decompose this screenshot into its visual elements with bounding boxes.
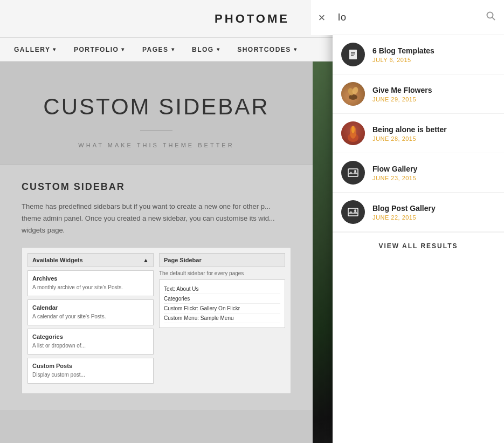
widget-calendar: Calendar A calendar of your site's Posts… [27, 299, 154, 325]
page-sidebar-header: Page Sidebar [159, 253, 285, 267]
toggle-icon: ▲ [143, 257, 149, 263]
sidebar-item-categories: Categories [164, 294, 280, 304]
close-search-button[interactable]: × [311, 0, 333, 35]
widget-archives: Archives A monthly archive of your site'… [27, 270, 154, 296]
chevron-down-icon: ▾ [171, 46, 175, 52]
sidebar-widgets-column: Page Sidebar The default sidebar for eve… [159, 253, 285, 384]
search-result-item[interactable]: Flow Gallery JUNE 23, 2015 [333, 153, 504, 193]
widget-columns: Available Widgets ▲ Archives A monthly a… [27, 253, 285, 384]
sidebar-item-menu: Custom Menu: Sample Menu [164, 313, 280, 323]
sidebar-item-flickr: Custom Flickr: Gallery On Flickr [164, 304, 280, 313]
result-thumbnail [341, 200, 365, 224]
result-text: Give Me Flowers JUNE 29, 2015 [372, 86, 495, 103]
chevron-down-icon: ▾ [294, 46, 298, 52]
available-widgets-column: Available Widgets ▲ Archives A monthly a… [27, 253, 154, 384]
svg-point-23 [354, 209, 356, 212]
result-thumbnail [341, 121, 365, 145]
result-text: Blog Post Gallery JUNE 22, 2015 [372, 204, 495, 221]
sidebar-item-text: Text: About Us [164, 284, 280, 294]
search-result-item[interactable]: Blog Post Gallery JUNE 22, 2015 [333, 193, 504, 232]
svg-point-20 [354, 170, 356, 172]
nav-gallery[interactable]: GALLERY ▾ [5, 38, 65, 62]
nav-blog[interactable]: BLOG ▾ [183, 38, 229, 62]
hero-section: CUSTOM SIDEBAR WHAT MAKE THIS THEME BETT… [0, 62, 313, 165]
flower-image-icon [341, 82, 365, 106]
search-result-item[interactable]: 6 Blog Templates JULY 6, 2015 [333, 35, 504, 74]
sidebar-desc: The default sidebar for every pages [159, 270, 285, 276]
hero-title: CUSTOM SIDEBAR [22, 94, 291, 120]
result-title: Blog Post Gallery [372, 204, 495, 213]
site-title: PHOTOME [215, 12, 289, 26]
svg-point-4 [487, 12, 493, 18]
result-date: JUNE 23, 2015 [372, 175, 495, 181]
result-title: Being alone is better [372, 125, 495, 134]
document-icon [347, 49, 359, 60]
result-date: JUNE 29, 2015 [372, 96, 495, 103]
search-submit-button[interactable] [484, 9, 499, 26]
result-date: JUNE 22, 2015 [372, 214, 495, 221]
result-date: JUNE 28, 2015 [372, 135, 495, 142]
search-result-item[interactable]: Give Me Flowers JUNE 29, 2015 [333, 74, 504, 114]
search-icon [486, 11, 496, 21]
chevron-down-icon: ▾ [53, 46, 57, 52]
svg-marker-19 [348, 171, 358, 174]
nav-pages[interactable]: PAGES ▾ [134, 38, 183, 62]
chevron-down-icon: ▾ [121, 46, 125, 52]
chevron-down-icon: ▾ [217, 46, 220, 52]
result-title: Flow Gallery [372, 165, 495, 173]
result-thumbnail [341, 161, 365, 185]
sidebar-items-list: Text: About Us Categories Custom Flickr:… [159, 280, 285, 328]
widget-categories: Categories A list or dropdown of... [27, 329, 154, 355]
result-date: JULY 6, 2015 [372, 57, 495, 63]
content-heading: CUSTOM SIDEBAR [22, 181, 291, 193]
result-thumbnail [341, 82, 365, 106]
search-overlay: 6 Blog Templates JULY 6, 2015 Give Me Fl… [333, 0, 504, 443]
widget-custom-posts: Custom Posts Display custom post... [27, 358, 154, 384]
nav-shortcodes[interactable]: SHORTCODES ▾ [229, 38, 306, 62]
hero-subtitle: WHAT MAKE THIS THEME BETTER [22, 142, 291, 148]
svg-rect-6 [349, 50, 357, 59]
result-text: 6 Blog Templates JULY 6, 2015 [372, 46, 495, 63]
search-input-area [333, 0, 504, 35]
available-widgets-header: Available Widgets ▲ [27, 253, 154, 267]
fire-image-icon [341, 121, 365, 145]
nav-portfolio[interactable]: PORTFOLIO ▾ [65, 38, 134, 62]
search-results-list: 6 Blog Templates JULY 6, 2015 Give Me Fl… [333, 35, 504, 232]
hero-divider [140, 131, 172, 131]
svg-point-17 [351, 126, 355, 133]
result-title: 6 Blog Templates [372, 46, 495, 55]
content-body: Theme has predefined sidebars but if you… [22, 201, 291, 236]
result-thumbnail [341, 43, 365, 66]
view-all-results-button[interactable]: VIEW ALL RESULTS [333, 232, 504, 260]
content-section: CUSTOM SIDEBAR Theme has predefined side… [0, 165, 313, 410]
svg-line-5 [492, 17, 495, 20]
svg-point-11 [349, 94, 357, 100]
page-content: CUSTOM SIDEBAR WHAT MAKE THIS THEME BETT… [0, 62, 313, 443]
search-input[interactable] [338, 12, 484, 23]
result-text: Being alone is better JUNE 28, 2015 [372, 125, 495, 142]
search-result-item[interactable]: Being alone is better JUNE 28, 2015 [333, 114, 504, 153]
result-text: Flow Gallery JUNE 23, 2015 [372, 165, 495, 181]
svg-marker-22 [348, 210, 358, 214]
gallery-icon [347, 167, 359, 179]
result-title: Give Me Flowers [372, 86, 495, 94]
gallery-icon [347, 206, 359, 218]
close-icon: × [319, 12, 326, 24]
widget-screenshot: Available Widgets ▲ Archives A monthly a… [22, 247, 291, 394]
